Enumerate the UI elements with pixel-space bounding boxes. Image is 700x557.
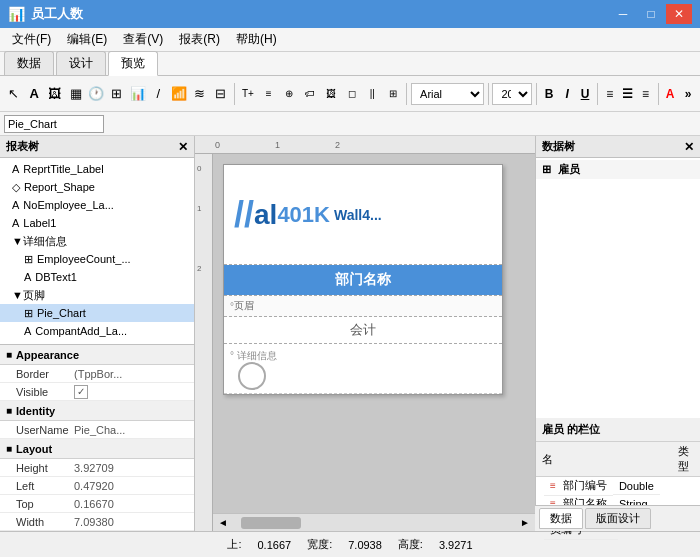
status-top-value: 0.1667 <box>257 539 291 551</box>
menu-file[interactable]: 文件(F) <box>4 29 59 50</box>
report-page: // al 401K Wall4... 部门名称 ° 页眉 <box>223 164 503 395</box>
table-tool-button[interactable]: ⊞ <box>108 81 127 107</box>
width-value[interactable]: 7.09380 <box>70 516 194 528</box>
tab-bar: 数据 设计 预览 <box>0 52 700 76</box>
minimize-button[interactable]: ─ <box>610 4 636 24</box>
font-family-select[interactable]: Arial <box>411 83 484 105</box>
tree-item-detail[interactable]: ▼ 详细信息 <box>0 232 194 250</box>
border-value[interactable]: (TppBor... <box>70 368 194 380</box>
align-right-button[interactable]: ≡ <box>638 83 654 105</box>
tree-item-no-employee[interactable]: A NoEmployee_La... <box>0 196 194 214</box>
tab-design[interactable]: 设计 <box>56 51 106 75</box>
line-tool-button[interactable]: / <box>149 81 168 107</box>
label-button[interactable]: 🏷 <box>301 81 320 107</box>
visible-label: Visible <box>0 386 70 398</box>
font-size-select[interactable]: 20 <box>492 83 532 105</box>
wave-button[interactable]: ≋ <box>190 81 209 107</box>
align-left-button[interactable]: ≡ <box>602 83 618 105</box>
data-section-label: 雇员 <box>558 163 580 175</box>
tab-data[interactable]: 数据 <box>4 51 54 75</box>
chart-tool-button[interactable]: 📊 <box>128 81 147 107</box>
scroll-right-arrow[interactable]: ► <box>517 517 533 528</box>
data-panel-title: 数据树 <box>542 139 575 154</box>
close-button[interactable]: ✕ <box>666 4 692 24</box>
top-value[interactable]: 0.16670 <box>70 498 194 510</box>
grid-button[interactable]: ⊟ <box>211 81 230 107</box>
scroll-left-arrow[interactable]: ◄ <box>215 517 231 528</box>
title-bar: 📊 员工人数 ─ □ ✕ <box>0 0 700 28</box>
fields-header-text: 雇员 的栏位 <box>542 423 600 435</box>
width-row: Width 7.09380 <box>0 513 194 531</box>
tree-item-label1[interactable]: A Label1 <box>0 214 194 232</box>
username-label: UserName <box>0 424 70 436</box>
bar-chart-button[interactable]: 📶 <box>170 81 189 107</box>
title-bar-controls: ─ □ ✕ <box>610 4 692 24</box>
menu-report[interactable]: 报表(R) <box>171 29 228 50</box>
tree-item-reprt-title[interactable]: A ReprtTitle_Label <box>0 160 194 178</box>
tree-item-label: NoEmployee_La... <box>23 199 114 211</box>
layout-section-header[interactable]: ■ Layout <box>0 439 194 459</box>
toolbar-separator-6 <box>658 83 659 105</box>
ruler-mark-1: 1 <box>275 140 280 150</box>
text-icon-2: A <box>24 325 31 337</box>
italic-button[interactable]: I <box>559 83 575 105</box>
tree-item-pie-chart[interactable]: ⊞ Pie_Chart <box>0 304 194 322</box>
tree-item-company-add[interactable]: A CompantAdd_La... <box>0 322 194 340</box>
height-value[interactable]: 3.92709 <box>70 462 194 474</box>
canvas-scrollbar-horizontal[interactable]: ◄ ► <box>213 513 535 531</box>
label-icon-2: A <box>12 199 19 211</box>
image-tool-button[interactable]: 🖼 <box>45 81 64 107</box>
tab-layout-design[interactable]: 版面设计 <box>585 508 651 529</box>
scroll-thumb-h[interactable] <box>241 517 301 529</box>
report-tree: A ReprtTitle_Label ◇ Report_Shape A NoEm… <box>0 158 194 344</box>
component-name-input[interactable]: Pie_Chart <box>4 115 104 133</box>
tab-data-bottom[interactable]: 数据 <box>539 508 583 529</box>
tree-panel-header: 报表树 ✕ <box>0 136 194 158</box>
align-center-button[interactable]: ☰ <box>620 83 636 105</box>
extra-button[interactable]: ⊞ <box>384 81 403 107</box>
color-button[interactable]: A <box>662 83 678 105</box>
field-row-dept-id[interactable]: ≡ 部门编号 Double <box>536 477 672 495</box>
logo-text: Wall4... <box>334 207 382 223</box>
width-label: Width <box>0 516 70 528</box>
identity-section-header[interactable]: ■ Identity <box>0 401 194 421</box>
menu-edit[interactable]: 编辑(E) <box>59 29 115 50</box>
ruler-v-mark-0: 0 <box>197 164 201 173</box>
more-button[interactable]: » <box>680 83 696 105</box>
detail-band-label: 详细信息 <box>237 350 277 361</box>
tree-item-employee-count[interactable]: ⊞ EmployeeCount_... <box>0 250 194 268</box>
shape-button[interactable]: ◻ <box>342 81 361 107</box>
select-tool-button[interactable]: ↖ <box>4 81 23 107</box>
text-tool-button[interactable]: A <box>25 81 44 107</box>
maximize-button[interactable]: □ <box>638 4 664 24</box>
company-logo: // al 401K Wall4... <box>234 197 382 233</box>
visible-checkbox[interactable]: ✓ <box>74 385 88 399</box>
data-section-employees[interactable]: ⊞ 雇员 <box>536 160 700 179</box>
clock-tool-button[interactable]: 🕐 <box>87 81 106 107</box>
menu-help[interactable]: 帮助(H) <box>228 29 285 50</box>
detail-label-text: ° <box>230 350 237 361</box>
ruler-v-mark-1: 1 <box>197 204 201 213</box>
tree-item-report-shape[interactable]: ◇ Report_Shape <box>0 178 194 196</box>
visible-value[interactable]: ✓ <box>70 385 194 399</box>
data-panel-close[interactable]: ✕ <box>684 140 694 154</box>
tree-panel-close[interactable]: ✕ <box>178 140 188 154</box>
tree-item-footer[interactable]: ▼ 页脚 <box>0 286 194 304</box>
appearance-section-header[interactable]: ■ Appearance <box>0 345 194 365</box>
insert-button[interactable]: ⊕ <box>280 81 299 107</box>
tree-item-dbtext1[interactable]: A DBText1 <box>0 268 194 286</box>
left-value[interactable]: 0.47920 <box>70 480 194 492</box>
expand-icon: ▼ <box>12 235 23 247</box>
img2-button[interactable]: 🖼 <box>321 81 340 107</box>
left-panel: 报表树 ✕ A ReprtTitle_Label ◇ Report_Shape … <box>0 136 195 531</box>
barcode-tool-button[interactable]: ▦ <box>66 81 85 107</box>
barcode2-button[interactable]: || <box>363 81 382 107</box>
menu-view[interactable]: 查看(V) <box>115 29 171 50</box>
underline-button[interactable]: U <box>577 83 593 105</box>
username-value[interactable]: Pie_Cha... <box>70 424 194 436</box>
text-format-button[interactable]: T+ <box>239 81 258 107</box>
tab-preview[interactable]: 预览 <box>108 51 158 76</box>
bold-button[interactable]: B <box>541 83 557 105</box>
height-label: Height <box>0 462 70 474</box>
memo-button[interactable]: ≡ <box>259 81 278 107</box>
